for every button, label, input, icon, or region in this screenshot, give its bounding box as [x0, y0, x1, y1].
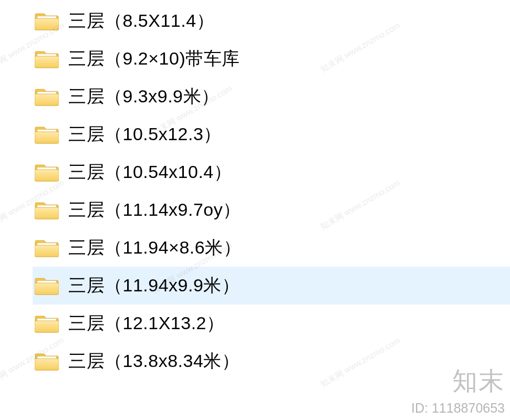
folder-icon	[35, 198, 59, 222]
folder-item[interactable]: 三层（10.5x12.3）	[33, 116, 510, 153]
folder-icon	[35, 85, 59, 109]
folder-item[interactable]: 三层（13.8x8.34米）	[33, 342, 510, 380]
folder-label: 三层（9.3x9.9米）	[68, 85, 220, 109]
folder-label: 三层（10.54x10.4）	[68, 160, 232, 184]
folder-item[interactable]: 三层（12.1X13.2）	[33, 304, 510, 342]
folder-item[interactable]: 三层（8.5X11.4）	[33, 2, 510, 40]
folder-label: 三层（11.14x9.7oy）	[68, 198, 241, 222]
folder-item[interactable]: 三层（11.94x9.9米）	[33, 267, 510, 304]
folder-icon	[35, 160, 59, 184]
folder-item[interactable]: 三层（9.2×10)带车库	[33, 40, 510, 78]
folder-label: 三层（11.94x9.9米）	[68, 274, 240, 298]
folder-label: 三层（8.5X11.4）	[68, 9, 214, 33]
folder-item[interactable]: 三层（10.54x10.4）	[33, 153, 510, 191]
folder-label: 三层（9.2×10)带车库	[68, 47, 240, 71]
folder-icon	[35, 9, 59, 33]
watermark-id: ID: 1118870653	[411, 401, 505, 416]
folder-item[interactable]: 三层（11.94×8.6米）	[33, 229, 510, 267]
folder-label: 三层（12.1X13.2）	[68, 311, 225, 335]
folder-label: 三层（11.94×8.6米）	[68, 236, 241, 260]
folder-label: 三层（10.5x12.3）	[68, 122, 222, 146]
folder-icon	[35, 311, 59, 335]
folder-icon	[35, 274, 59, 298]
folder-item[interactable]: 三层（11.14x9.7oy）	[33, 191, 510, 229]
watermark-brand: 知末	[452, 364, 505, 398]
folder-icon	[35, 349, 59, 373]
folder-label: 三层（13.8x8.34米）	[68, 349, 240, 373]
folder-icon	[35, 236, 59, 260]
folder-icon	[35, 122, 59, 146]
folder-item[interactable]: 三层（9.3x9.9米）	[33, 78, 510, 116]
folder-list: 三层（8.5X11.4）三层（9.2×10)带车库三层（9.3x9.9米）三层（…	[0, 0, 510, 380]
folder-icon	[35, 47, 59, 71]
